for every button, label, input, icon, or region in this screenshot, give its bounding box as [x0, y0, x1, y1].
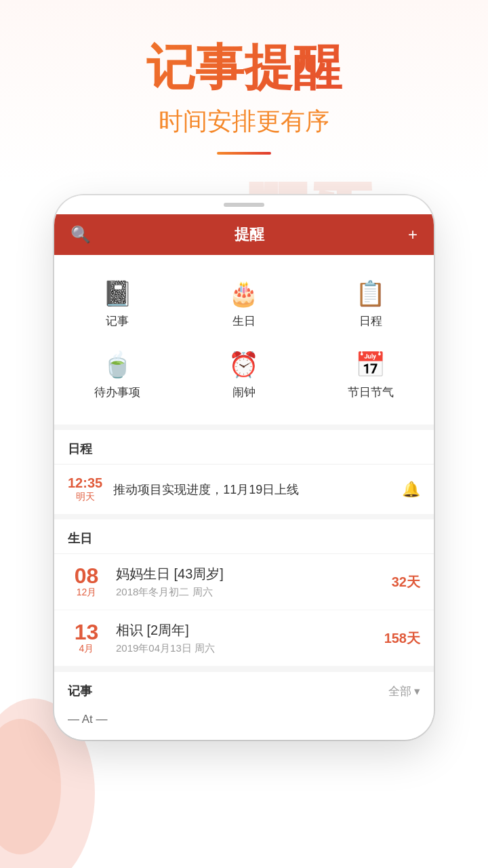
grid-item-todo[interactable]: 🍵 待办事项 [54, 340, 181, 411]
notes-filter-button[interactable]: 全部 ▾ [388, 684, 420, 699]
holiday-icon: 📅 [355, 351, 386, 379]
hero-subtitle: 时间安排更有序 [0, 105, 488, 138]
schedule-text: 推动项目实现进度，11月19日上线 [113, 481, 402, 498]
alarm-icon: ⏰ [228, 351, 259, 379]
days-left-1: 32天 [392, 573, 420, 591]
status-bar-dot [224, 203, 264, 207]
todo-label: 待办事项 [94, 384, 140, 400]
phone-wrapper: 🔍 提醒 + 📓 记事 🎂 生日 📋 日程 🍵 待办事项 ⏰ [0, 182, 488, 740]
notes-label: 记事 [106, 313, 129, 329]
grid-item-holiday[interactable]: 📅 节日节气 [307, 340, 434, 411]
birthday-day-1: 08 [68, 565, 105, 587]
birthday-item-1[interactable]: 08 12月 妈妈生日 [43周岁] 2018年冬月初二 周六 32天 [54, 554, 434, 610]
birthday-date-detail-2: 2019年04月13日 周六 [116, 642, 384, 655]
schedule-day: 明天 [68, 491, 102, 503]
notes-preview: — At — [68, 713, 420, 726]
birthday-date-block-1: 08 12月 [68, 565, 105, 599]
birthday-section: 生日 08 12月 妈妈生日 [43周岁] 2018年冬月初二 周六 32天 1… [54, 519, 434, 667]
hero-title: 记事提醒 [0, 41, 488, 94]
notes-content: — At — [54, 706, 434, 740]
birthday-month-2: 4月 [68, 643, 105, 655]
birthday-label: 生日 [232, 313, 256, 329]
days-left-2: 158天 [384, 629, 420, 648]
grid-item-notes[interactable]: 📓 记事 [54, 269, 181, 340]
birthday-section-header: 生日 [54, 519, 434, 554]
alarm-label: 闹钟 [232, 384, 256, 400]
status-bar [54, 195, 434, 214]
header-title: 提醒 [235, 224, 264, 245]
notes-title: 记事 [68, 683, 92, 699]
birthday-name-1: 妈妈生日 [43周岁] [116, 565, 392, 583]
holiday-label: 节日节气 [348, 384, 394, 400]
schedule-time: 12:35 [68, 475, 102, 491]
grid-item-birthday[interactable]: 🎂 生日 [181, 269, 308, 340]
bell-icon: 🔔 [402, 481, 420, 498]
hero-section: 记事提醒 时间安排更有序 [0, 0, 488, 182]
notes-section-header: 记事 全部 ▾ [54, 667, 434, 706]
schedule-section-header: 日程 [54, 430, 434, 465]
app-grid: 📓 记事 🎂 生日 📋 日程 🍵 待办事项 ⏰ 闹钟 📅 节日节气 [54, 255, 434, 430]
search-icon[interactable]: 🔍 [70, 225, 91, 244]
birthday-info-1: 妈妈生日 [43周岁] 2018年冬月初二 周六 [116, 565, 392, 599]
chevron-down-icon: ▾ [414, 684, 420, 698]
schedule-label: 日程 [359, 313, 382, 329]
grid-item-alarm[interactable]: ⏰ 闹钟 [181, 340, 308, 411]
birthday-day-2: 13 [68, 621, 105, 643]
schedule-item[interactable]: 12:35 明天 推动项目实现进度，11月19日上线 🔔 [54, 465, 434, 519]
birthday-month-1: 12月 [68, 587, 105, 599]
schedule-icon: 📋 [355, 279, 386, 308]
todo-icon: 🍵 [102, 351, 133, 379]
birthday-info-2: 相识 [2周年] 2019年04月13日 周六 [116, 621, 384, 655]
birthday-date-block-2: 13 4月 [68, 621, 105, 655]
grid-item-schedule[interactable]: 📋 日程 [307, 269, 434, 340]
notes-icon: 📓 [102, 279, 133, 308]
app-header: 🔍 提醒 + [54, 214, 434, 255]
hero-divider [217, 152, 271, 155]
birthday-item-2[interactable]: 13 4月 相识 [2周年] 2019年04月13日 周六 158天 [54, 610, 434, 667]
birthday-name-2: 相识 [2周年] [116, 621, 384, 639]
time-block: 12:35 明天 [68, 475, 102, 503]
birthday-icon: 🎂 [228, 279, 259, 308]
phone-mockup: 🔍 提醒 + 📓 记事 🎂 生日 📋 日程 🍵 待办事项 ⏰ [54, 195, 434, 740]
add-button[interactable]: + [408, 225, 418, 244]
birthday-date-detail-1: 2018年冬月初二 周六 [116, 586, 392, 599]
